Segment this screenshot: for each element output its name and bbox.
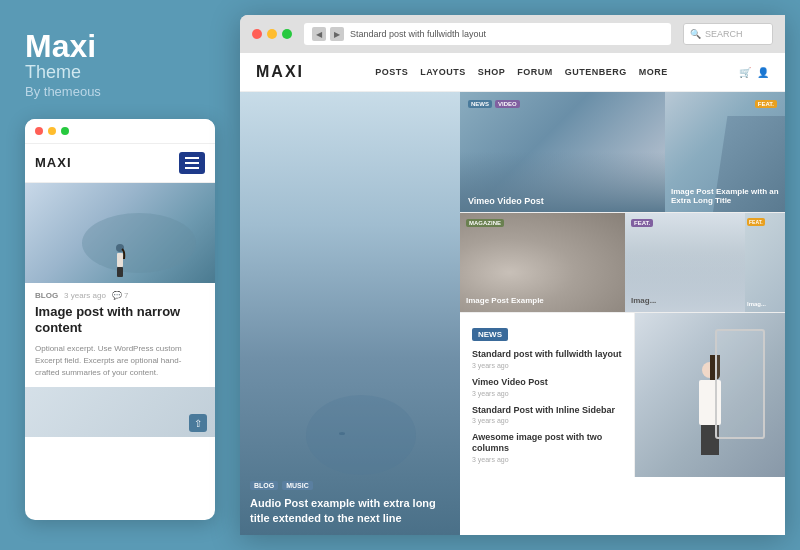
browser-content: MAXI POSTS LAYOUTS SHOP FORUM GUTENBERG … bbox=[240, 53, 785, 535]
right-column: NEWS VIDEO Vimeo Video Post FEAT. Image … bbox=[460, 92, 785, 535]
browser-titlebar: ◀ ▶ Standard post with fullwidth layout … bbox=[240, 15, 785, 53]
hero-tag-music: MUSIC bbox=[282, 481, 313, 490]
browser-dot-yellow bbox=[267, 29, 277, 39]
news-item-1-title[interactable]: Standard post with fullwidth layout bbox=[472, 349, 622, 360]
svg-rect-2 bbox=[117, 267, 123, 277]
mobile-meta: BLOG 3 years ago 💬 7 bbox=[25, 283, 215, 304]
post-time: 3 years ago bbox=[64, 291, 106, 300]
cliff-tag: FEAT. bbox=[755, 100, 777, 108]
mobile-preview: MAXI BLOG 3 years ago 💬 7 Image post wi bbox=[25, 119, 215, 520]
cart-icon[interactable]: 🛒 bbox=[739, 67, 751, 78]
fog-post-title[interactable]: Imag... bbox=[631, 296, 739, 306]
nav-icons: 🛒 👤 bbox=[739, 67, 769, 78]
fog-image: FEAT. Imag... bbox=[625, 213, 745, 312]
news-item-3: Standard Post with Inline Sidebar 3 year… bbox=[472, 405, 622, 425]
figure-silhouette-icon bbox=[111, 243, 129, 278]
brand: Maxi Theme By themeous bbox=[25, 30, 215, 99]
mobile-logo-bar: MAXI bbox=[25, 144, 215, 183]
browser-search[interactable]: 🔍 SEARCH bbox=[683, 23, 773, 45]
featured-bottom-image bbox=[635, 313, 785, 477]
browser-dot-red bbox=[252, 29, 262, 39]
pebbles-image: MAGAZINE Image Post Example bbox=[460, 213, 625, 312]
brand-subtitle: Theme bbox=[25, 62, 215, 84]
site-nav: POSTS LAYOUTS SHOP FORUM GUTENBERG MORE bbox=[375, 67, 668, 77]
news-item-2-title[interactable]: Vimeo Video Post bbox=[472, 377, 622, 388]
mobile-titlebar bbox=[25, 119, 215, 144]
user-icon[interactable]: 👤 bbox=[757, 67, 769, 78]
scroll-up-button[interactable]: ⇧ bbox=[189, 414, 207, 432]
news-item-2: Vimeo Video Post 3 years ago bbox=[472, 377, 622, 397]
search-icon: 🔍 bbox=[690, 29, 701, 39]
cliff-post-title[interactable]: Image Post Example with an Extra Long Ti… bbox=[671, 187, 779, 206]
dot-green bbox=[61, 127, 69, 135]
left-panel: Maxi Theme By themeous MAXI bbox=[0, 0, 240, 550]
mobile-post-title: Image post with narrow content bbox=[25, 304, 215, 344]
nav-posts[interactable]: POSTS bbox=[375, 67, 408, 77]
nav-gutenberg[interactable]: GUTENBERG bbox=[565, 67, 627, 77]
mobile-bottom-image: ⇧ bbox=[25, 387, 215, 437]
dot-red bbox=[35, 127, 43, 135]
fog-tag: FEAT. bbox=[631, 219, 653, 227]
ocean-tags: NEWS VIDEO bbox=[468, 100, 520, 108]
post-comments: 💬 7 bbox=[112, 291, 128, 300]
dot-yellow bbox=[48, 127, 56, 135]
browser-window: ◀ ▶ Standard post with fullwidth layout … bbox=[240, 15, 785, 535]
post-tag: BLOG bbox=[35, 291, 58, 300]
train-door bbox=[715, 329, 765, 439]
mobile-hero-image bbox=[25, 183, 215, 283]
ocean-tag-news: NEWS bbox=[468, 100, 492, 108]
news-item-3-date: 3 years ago bbox=[472, 417, 622, 424]
ocean-tag-video: VIDEO bbox=[495, 100, 520, 108]
comment-icon: 💬 bbox=[112, 291, 122, 300]
forward-button[interactable]: ▶ bbox=[330, 27, 344, 41]
ocean-image: NEWS VIDEO Vimeo Video Post bbox=[460, 92, 665, 212]
browser-addressbar: ◀ ▶ Standard post with fullwidth layout bbox=[304, 23, 671, 45]
news-item-4-date: 3 years ago bbox=[472, 456, 622, 463]
browser-dots bbox=[252, 29, 292, 39]
hero-image: BLOG MUSIC Audio Post example with extra… bbox=[240, 92, 460, 535]
news-tag: NEWS bbox=[472, 328, 508, 341]
hamburger-icon[interactable] bbox=[179, 152, 205, 174]
site-logo: MAXI bbox=[256, 63, 304, 81]
site-header: MAXI POSTS LAYOUTS SHOP FORUM GUTENBERG … bbox=[240, 53, 785, 92]
url-text: Standard post with fullwidth layout bbox=[350, 29, 663, 39]
pebbles-tag: MAGAZINE bbox=[466, 219, 504, 227]
mobile-logo: MAXI bbox=[35, 155, 72, 170]
brand-by: By themeous bbox=[25, 84, 215, 99]
extra-image: FEAT. Imag... bbox=[745, 213, 785, 312]
hero-tags: BLOG MUSIC bbox=[250, 481, 313, 490]
main-content: BLOG MUSIC Audio Post example with extra… bbox=[240, 92, 785, 535]
cliff-image: FEAT. Image Post Example with an Extra L… bbox=[665, 92, 785, 212]
middle-row: MAGAZINE Image Post Example FEAT. Imag..… bbox=[460, 212, 785, 312]
news-item-1: Standard post with fullwidth layout 3 ye… bbox=[472, 349, 622, 369]
nav-shop[interactable]: SHOP bbox=[478, 67, 506, 77]
back-button[interactable]: ◀ bbox=[312, 27, 326, 41]
hero-post-title[interactable]: Audio Post example with extra long title… bbox=[250, 496, 450, 525]
svg-rect-1 bbox=[117, 253, 123, 267]
nav-buttons: ◀ ▶ bbox=[312, 27, 344, 41]
nav-layouts[interactable]: LAYOUTS bbox=[420, 67, 466, 77]
news-item-3-title[interactable]: Standard Post with Inline Sidebar bbox=[472, 405, 622, 416]
pebbles-post-title[interactable]: Image Post Example bbox=[466, 296, 619, 306]
mobile-post-excerpt: Optional excerpt. Use WordPress custom E… bbox=[25, 343, 215, 387]
nav-more[interactable]: MORE bbox=[639, 67, 668, 77]
ocean-post-title[interactable]: Vimeo Video Post bbox=[468, 196, 657, 206]
browser-dot-green bbox=[282, 29, 292, 39]
nav-forum[interactable]: FORUM bbox=[517, 67, 553, 77]
bottom-section: NEWS Standard post with fullwidth layout… bbox=[460, 312, 785, 477]
news-item-4: Awesome image post with two columns 3 ye… bbox=[472, 432, 622, 463]
hero-tag-blog: BLOG bbox=[250, 481, 278, 490]
top-row: NEWS VIDEO Vimeo Video Post FEAT. Image … bbox=[460, 92, 785, 212]
news-item-1-date: 3 years ago bbox=[472, 362, 622, 369]
news-item-2-date: 3 years ago bbox=[472, 390, 622, 397]
hero-boat-detail bbox=[339, 432, 345, 435]
extra-title: Imag... bbox=[747, 301, 783, 308]
news-item-4-title[interactable]: Awesome image post with two columns bbox=[472, 432, 622, 454]
extra-tag: FEAT. bbox=[747, 218, 765, 226]
brand-name: Maxi bbox=[25, 30, 215, 62]
news-list: NEWS Standard post with fullwidth layout… bbox=[460, 313, 635, 477]
